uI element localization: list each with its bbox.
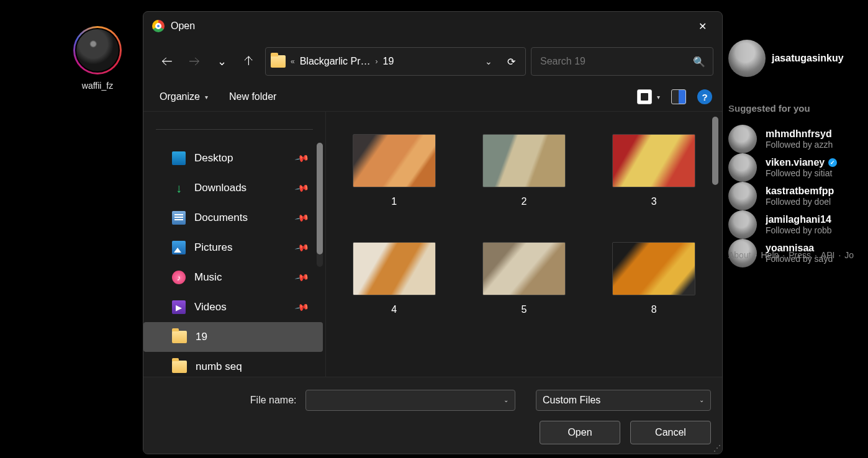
- file-type-combo[interactable]: Custom Files ⌄: [536, 390, 711, 411]
- file-item[interactable]: 8: [605, 242, 703, 315]
- tree-item-label: Desktop: [194, 152, 233, 164]
- vid-icon: ▶: [172, 300, 186, 314]
- preview-pane-button[interactable]: [671, 89, 686, 104]
- doc-icon: [172, 211, 186, 225]
- help-button[interactable]: ?: [697, 89, 712, 104]
- search-input[interactable]: [539, 55, 687, 68]
- divider: [156, 129, 313, 130]
- file-thumbnail: [353, 242, 436, 295]
- cancel-button[interactable]: Cancel: [630, 421, 711, 444]
- file-item[interactable]: 1: [345, 134, 443, 207]
- titlebar: Open ✕: [143, 12, 722, 40]
- open-file-dialog: Open ✕ 🡠 🡢 ⌄ 🡡 « Blackgarlic Pr… › 19 ⌄ …: [143, 11, 723, 454]
- account-name: jasatugasinkuy: [772, 53, 844, 64]
- tree-item-label: Downloads: [194, 182, 246, 194]
- file-thumbnail: [612, 134, 695, 187]
- tree-item-label: Pictures: [194, 241, 232, 254]
- scrollbar-thumb[interactable]: [317, 143, 323, 254]
- file-name: 8: [651, 304, 657, 315]
- file-thumbnail: [612, 242, 695, 295]
- address-bar[interactable]: « Blackgarlic Pr… › 19 ⌄ ⟳: [265, 47, 526, 76]
- tree-item-music[interactable]: ♪ Music 📌: [143, 263, 325, 292]
- resize-grip[interactable]: ⋰: [713, 444, 720, 452]
- footer-link[interactable]: Help: [761, 250, 779, 260]
- back-button[interactable]: 🡠: [156, 50, 178, 73]
- file-name: 4: [391, 304, 397, 315]
- story-avatar-ring: [73, 26, 122, 74]
- up-button[interactable]: 🡡: [238, 50, 260, 73]
- folder-icon: [172, 331, 187, 343]
- new-folder-button[interactable]: New folder: [229, 91, 276, 102]
- tree-item-19[interactable]: 19: [143, 322, 323, 352]
- organize-label: Organize: [160, 91, 200, 102]
- dl-icon: ↓: [172, 181, 186, 195]
- file-name: 5: [522, 304, 527, 315]
- file-item[interactable]: 2: [474, 134, 573, 207]
- suggestion-item[interactable]: jamilaghani14 Followed by robb: [728, 210, 868, 239]
- file-thumbnail: [482, 242, 566, 295]
- suggestion-sub: Followed by azzh: [766, 140, 833, 150]
- file-name-label: File name:: [155, 395, 297, 406]
- story-label: waffii_fz: [82, 81, 113, 91]
- refresh-icon: ⟳: [507, 56, 515, 67]
- story[interactable]: waffii_fz: [73, 26, 122, 91]
- chevron-down-icon: ⌄: [217, 55, 227, 68]
- file-name-combo[interactable]: ⌄: [305, 390, 515, 411]
- file-item[interactable]: 4: [345, 242, 443, 315]
- tree-item-videos[interactable]: ▶ Videos 📌: [143, 292, 325, 322]
- file-list: 1 2 3 4 5 8: [326, 112, 722, 377]
- avatar: [728, 210, 757, 239]
- caret-down-icon: ▾: [205, 94, 208, 101]
- suggestion-name: jamilaghani14: [766, 214, 832, 225]
- search-box[interactable]: 🔍: [531, 47, 713, 76]
- caret-down-icon: ▾: [657, 94, 660, 101]
- pin-icon: 📌: [294, 180, 310, 196]
- footer-link[interactable]: About: [728, 250, 751, 260]
- recent-locations-button[interactable]: ⌄: [210, 50, 233, 73]
- tree-item-label: Videos: [194, 301, 227, 313]
- verified-icon: ✓: [828, 158, 837, 167]
- view-mode-menu[interactable]: ▾: [637, 89, 660, 104]
- suggestion-name: viken.vianey✓: [766, 157, 837, 168]
- suggestion-name: mhmdhnfrsyd: [766, 128, 833, 140]
- pin-icon: 📌: [294, 240, 310, 256]
- suggestion-sub: Followed by sitiat: [766, 168, 837, 178]
- organize-menu[interactable]: Organize ▾: [160, 91, 208, 102]
- footer-link[interactable]: API: [821, 250, 835, 260]
- pin-icon: 📌: [294, 269, 310, 285]
- suggestion-name: kastratbemfpp: [766, 186, 834, 197]
- chevron-down-icon: ⌄: [485, 56, 492, 66]
- tree-item-documents[interactable]: Documents 📌: [143, 203, 325, 233]
- nav-scrollbar[interactable]: [317, 143, 323, 267]
- tree-item-pictures[interactable]: Pictures 📌: [143, 233, 325, 263]
- chrome-icon: [152, 20, 165, 32]
- nav-pane: Desktop 📌↓ Downloads 📌 Documents 📌 Pictu…: [143, 112, 326, 377]
- suggestion-item[interactable]: kastratbemfpp Followed by doel: [728, 182, 868, 210]
- tree-item-downloads[interactable]: ↓ Downloads 📌: [143, 173, 325, 203]
- breadcrumb-parent[interactable]: Blackgarlic Pr…: [300, 56, 371, 67]
- folder-icon: [271, 55, 286, 68]
- suggestion-sub: Followed by robb: [766, 225, 832, 235]
- file-scrollbar[interactable]: [712, 117, 718, 185]
- suggestion-sub: Followed by doel: [766, 197, 834, 207]
- close-button[interactable]: ✕: [689, 16, 716, 36]
- suggestion-item[interactable]: mhmdhnfrsyd Followed by azzh: [728, 125, 868, 153]
- file-item[interactable]: 3: [605, 134, 703, 207]
- nav-row: 🡠 🡢 ⌄ 🡡 « Blackgarlic Pr… › 19 ⌄ ⟳ 🔍: [143, 40, 722, 83]
- current-account[interactable]: jasatugasinkuy: [728, 40, 868, 77]
- tree-item-desktop[interactable]: Desktop 📌: [143, 143, 325, 173]
- toolbar: Organize ▾ New folder ▾ ?: [143, 83, 722, 111]
- suggestion-item[interactable]: viken.vianey✓ Followed by sitiat: [728, 153, 868, 182]
- footer-link[interactable]: Jo: [844, 250, 854, 260]
- open-button[interactable]: Open: [540, 421, 620, 444]
- refresh-button[interactable]: ⟳: [502, 52, 520, 71]
- avatar: [728, 182, 757, 210]
- story-avatar: [75, 28, 120, 73]
- footer-link[interactable]: Press: [789, 250, 811, 260]
- file-item[interactable]: 5: [474, 242, 573, 315]
- tree-item-label: numb seq: [196, 361, 242, 373]
- forward-button[interactable]: 🡢: [183, 50, 206, 73]
- breadcrumb-current[interactable]: 19: [383, 56, 394, 67]
- address-dropdown[interactable]: ⌄: [480, 53, 497, 70]
- chevron-down-icon: ⌄: [699, 397, 704, 403]
